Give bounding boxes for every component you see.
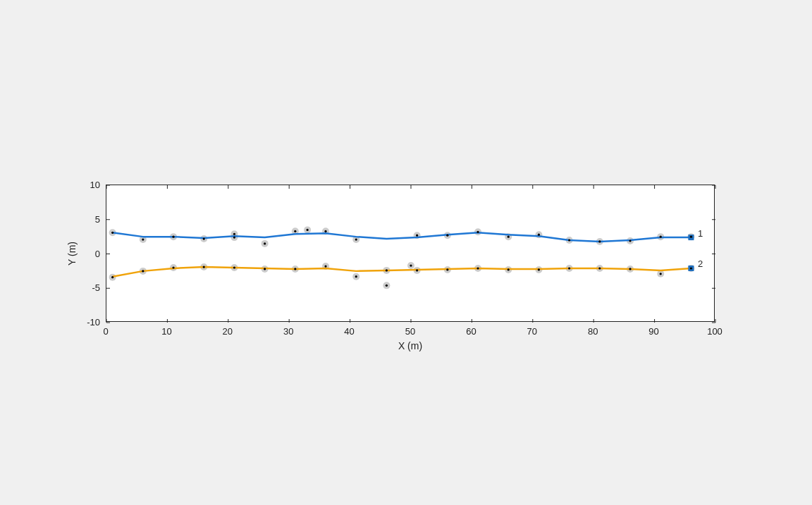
svg-point-81 <box>233 233 235 235</box>
plot-area <box>106 185 715 323</box>
svg-point-89 <box>446 235 448 237</box>
svg-point-101 <box>203 266 205 268</box>
y-tick-label: -10 <box>87 317 100 328</box>
svg-point-93 <box>568 239 570 241</box>
svg-point-117 <box>629 268 631 270</box>
svg-point-82 <box>233 237 235 239</box>
svg-point-107 <box>386 285 388 287</box>
svg-point-91 <box>508 236 510 238</box>
svg-point-83 <box>264 242 266 244</box>
x-tick-label: 60 <box>466 326 476 337</box>
svg-point-77 <box>111 232 113 234</box>
svg-point-116 <box>598 267 601 269</box>
svg-point-118 <box>660 273 662 275</box>
svg-point-112 <box>476 267 479 269</box>
svg-point-113 <box>508 268 510 270</box>
svg-point-110 <box>416 269 418 271</box>
svg-point-87 <box>355 238 357 240</box>
svg-point-88 <box>416 235 418 237</box>
y-tick-label: 0 <box>95 248 100 258</box>
y-axis-label: Y (m) <box>66 242 78 266</box>
svg-point-85 <box>307 229 309 231</box>
svg-point-103 <box>264 268 266 270</box>
svg-point-86 <box>324 230 326 232</box>
figure: X (m) Y (m) 0102030405060708090100-10-50… <box>0 0 812 505</box>
svg-point-106 <box>355 275 357 278</box>
svg-point-115 <box>568 267 570 269</box>
svg-point-98 <box>111 276 113 278</box>
x-tick-label: 0 <box>103 326 108 337</box>
svg-point-97 <box>690 236 692 238</box>
track-label-1: 1 <box>698 228 703 239</box>
svg-point-111 <box>446 268 448 270</box>
y-tick-label: -5 <box>92 282 100 293</box>
svg-point-92 <box>538 234 540 236</box>
svg-point-105 <box>324 265 326 267</box>
svg-point-104 <box>294 268 296 270</box>
svg-point-96 <box>660 236 662 238</box>
x-tick-label: 100 <box>707 326 722 337</box>
x-tick-label: 80 <box>588 326 598 337</box>
x-tick-label: 90 <box>648 326 658 337</box>
x-tick-label: 20 <box>223 326 233 337</box>
svg-point-84 <box>294 230 296 232</box>
axes <box>106 185 715 322</box>
svg-point-109 <box>410 264 412 266</box>
svg-point-90 <box>476 231 479 233</box>
x-axis-label: X (m) <box>398 340 422 351</box>
svg-point-99 <box>142 270 144 272</box>
x-tick-label: 50 <box>405 326 415 337</box>
x-tick-label: 30 <box>283 326 293 337</box>
svg-point-108 <box>386 269 388 271</box>
x-tick-label: 70 <box>527 326 537 337</box>
svg-point-79 <box>172 236 174 238</box>
svg-point-94 <box>598 240 601 242</box>
x-tick-label: 40 <box>344 326 354 337</box>
y-tick-label: 5 <box>95 213 100 224</box>
svg-point-80 <box>203 237 205 239</box>
svg-point-114 <box>538 268 540 270</box>
x-tick-label: 10 <box>161 326 171 337</box>
y-tick-label: 10 <box>90 180 100 190</box>
svg-point-95 <box>629 239 631 242</box>
track-label-2: 2 <box>698 258 703 269</box>
svg-point-119 <box>690 267 692 269</box>
svg-point-100 <box>172 266 174 268</box>
svg-point-102 <box>233 266 235 268</box>
svg-point-78 <box>142 238 144 240</box>
